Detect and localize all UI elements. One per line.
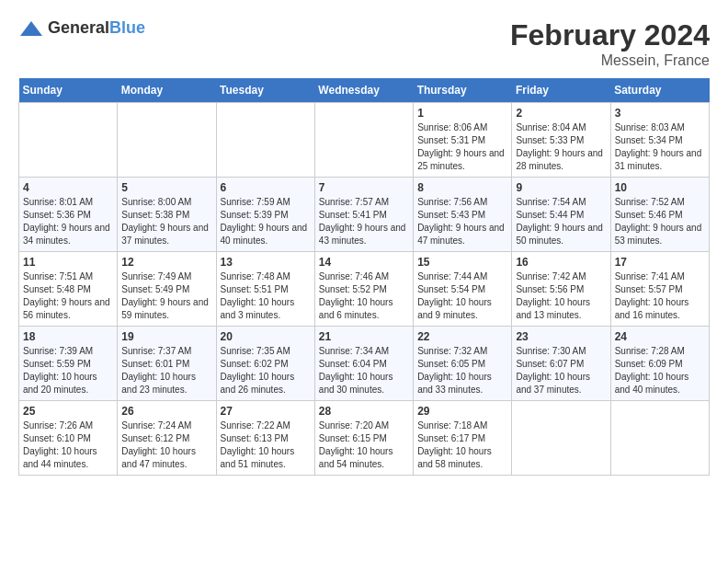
day-header-friday: Friday: [512, 78, 610, 103]
day-number: 7: [319, 181, 409, 194]
day-number: 19: [121, 330, 211, 343]
calendar-cell: 2Sunrise: 8:04 AM Sunset: 5:33 PM Daylig…: [512, 103, 610, 178]
day-info: Sunrise: 7:26 AM Sunset: 6:10 PM Dayligh…: [23, 419, 113, 471]
day-info: Sunrise: 8:04 AM Sunset: 5:33 PM Dayligh…: [516, 121, 606, 173]
day-info: Sunrise: 7:22 AM Sunset: 6:13 PM Dayligh…: [221, 419, 311, 471]
week-row-1: 1Sunrise: 8:06 AM Sunset: 5:31 PM Daylig…: [19, 103, 710, 178]
calendar-cell: 8Sunrise: 7:56 AM Sunset: 5:43 PM Daylig…: [414, 178, 512, 252]
day-number: 24: [615, 330, 705, 343]
day-info: Sunrise: 7:41 AM Sunset: 5:57 PM Dayligh…: [615, 270, 705, 322]
day-info: Sunrise: 7:24 AM Sunset: 6:12 PM Dayligh…: [121, 419, 211, 471]
calendar-cell: [216, 103, 314, 178]
day-info: Sunrise: 8:06 AM Sunset: 5:31 PM Dayligh…: [417, 121, 507, 173]
day-number: 22: [417, 330, 507, 343]
day-number: 1: [417, 107, 507, 120]
calendar-cell: 3Sunrise: 8:03 AM Sunset: 5:34 PM Daylig…: [610, 103, 709, 178]
calendar-cell: 10Sunrise: 7:52 AM Sunset: 5:46 PM Dayli…: [610, 178, 709, 252]
day-info: Sunrise: 7:52 AM Sunset: 5:46 PM Dayligh…: [615, 196, 705, 247]
day-info: Sunrise: 7:49 AM Sunset: 5:49 PM Dayligh…: [121, 270, 211, 322]
logo-blue: Blue: [109, 18, 145, 37]
calendar-cell: 17Sunrise: 7:41 AM Sunset: 5:57 PM Dayli…: [610, 252, 709, 327]
day-info: Sunrise: 7:54 AM Sunset: 5:44 PM Dayligh…: [516, 196, 606, 247]
calendar-cell: 28Sunrise: 7:20 AM Sunset: 6:15 PM Dayli…: [314, 401, 413, 476]
calendar-cell: 27Sunrise: 7:22 AM Sunset: 6:13 PM Dayli…: [216, 401, 314, 476]
day-header-thursday: Thursday: [414, 78, 512, 103]
day-info: Sunrise: 7:51 AM Sunset: 5:48 PM Dayligh…: [23, 270, 113, 322]
day-number: 27: [221, 405, 311, 418]
calendar-cell: 20Sunrise: 7:35 AM Sunset: 6:02 PM Dayli…: [216, 327, 314, 401]
calendar-cell: 24Sunrise: 7:28 AM Sunset: 6:09 PM Dayli…: [610, 327, 709, 401]
day-number: 5: [121, 181, 211, 194]
day-info: Sunrise: 7:46 AM Sunset: 5:52 PM Dayligh…: [319, 270, 409, 322]
day-number: 6: [221, 181, 311, 194]
header-row: SundayMondayTuesdayWednesdayThursdayFrid…: [19, 78, 710, 103]
calendar-cell: [610, 401, 709, 476]
calendar-cell: [118, 103, 216, 178]
week-row-3: 11Sunrise: 7:51 AM Sunset: 5:48 PM Dayli…: [19, 252, 710, 327]
day-info: Sunrise: 8:03 AM Sunset: 5:34 PM Dayligh…: [615, 121, 705, 173]
day-number: 20: [221, 330, 311, 343]
day-number: 25: [23, 405, 113, 418]
day-info: Sunrise: 7:37 AM Sunset: 6:01 PM Dayligh…: [121, 345, 211, 396]
calendar-cell: 11Sunrise: 7:51 AM Sunset: 5:48 PM Dayli…: [19, 252, 118, 327]
day-info: Sunrise: 8:00 AM Sunset: 5:38 PM Dayligh…: [121, 196, 211, 247]
day-number: 28: [319, 405, 409, 418]
calendar-table: SundayMondayTuesdayWednesdayThursdayFrid…: [18, 78, 710, 476]
calendar-cell: 5Sunrise: 8:00 AM Sunset: 5:38 PM Daylig…: [118, 178, 216, 252]
week-row-2: 4Sunrise: 8:01 AM Sunset: 5:36 PM Daylig…: [19, 178, 710, 252]
day-info: Sunrise: 7:48 AM Sunset: 5:51 PM Dayligh…: [221, 270, 311, 322]
logo-icon: [18, 19, 44, 38]
day-number: 29: [417, 405, 507, 418]
day-number: 3: [615, 107, 705, 120]
calendar-cell: 1Sunrise: 8:06 AM Sunset: 5:31 PM Daylig…: [414, 103, 512, 178]
day-number: 9: [516, 181, 606, 194]
logo: GeneralBlue: [18, 18, 145, 38]
calendar-cell: 25Sunrise: 7:26 AM Sunset: 6:10 PM Dayli…: [19, 401, 118, 476]
day-number: 15: [417, 256, 507, 269]
day-number: 2: [516, 107, 606, 120]
day-number: 8: [417, 181, 507, 194]
day-header-monday: Monday: [118, 78, 216, 103]
logo-general: General: [48, 18, 109, 37]
day-info: Sunrise: 7:56 AM Sunset: 5:43 PM Dayligh…: [417, 196, 507, 247]
calendar-cell: 14Sunrise: 7:46 AM Sunset: 5:52 PM Dayli…: [314, 252, 413, 327]
day-number: 17: [615, 256, 705, 269]
day-info: Sunrise: 7:59 AM Sunset: 5:39 PM Dayligh…: [221, 196, 311, 247]
day-info: Sunrise: 7:32 AM Sunset: 6:05 PM Dayligh…: [417, 345, 507, 396]
day-number: 11: [23, 256, 113, 269]
day-info: Sunrise: 7:35 AM Sunset: 6:02 PM Dayligh…: [221, 345, 311, 396]
day-info: Sunrise: 7:34 AM Sunset: 6:04 PM Dayligh…: [319, 345, 409, 396]
calendar-cell: 9Sunrise: 7:54 AM Sunset: 5:44 PM Daylig…: [512, 178, 610, 252]
day-number: 13: [221, 256, 311, 269]
day-number: 23: [516, 330, 606, 343]
week-row-4: 18Sunrise: 7:39 AM Sunset: 5:59 PM Dayli…: [19, 327, 710, 401]
calendar-cell: [314, 103, 413, 178]
day-header-saturday: Saturday: [610, 78, 709, 103]
day-header-wednesday: Wednesday: [314, 78, 413, 103]
day-info: Sunrise: 7:18 AM Sunset: 6:17 PM Dayligh…: [417, 419, 507, 471]
calendar-cell: 16Sunrise: 7:42 AM Sunset: 5:56 PM Dayli…: [512, 252, 610, 327]
day-info: Sunrise: 8:01 AM Sunset: 5:36 PM Dayligh…: [23, 196, 113, 247]
day-number: 14: [319, 256, 409, 269]
day-number: 26: [121, 405, 211, 418]
svg-marker-0: [20, 21, 42, 36]
calendar-cell: 22Sunrise: 7:32 AM Sunset: 6:05 PM Dayli…: [414, 327, 512, 401]
day-number: 10: [615, 181, 705, 194]
calendar-cell: 23Sunrise: 7:30 AM Sunset: 6:07 PM Dayli…: [512, 327, 610, 401]
day-number: 12: [121, 256, 211, 269]
calendar-cell: 29Sunrise: 7:18 AM Sunset: 6:17 PM Dayli…: [414, 401, 512, 476]
day-info: Sunrise: 7:28 AM Sunset: 6:09 PM Dayligh…: [615, 345, 705, 396]
logo-text: GeneralBlue: [48, 18, 145, 38]
day-info: Sunrise: 7:42 AM Sunset: 5:56 PM Dayligh…: [516, 270, 606, 322]
day-info: Sunrise: 7:57 AM Sunset: 5:41 PM Dayligh…: [319, 196, 409, 247]
calendar-cell: 6Sunrise: 7:59 AM Sunset: 5:39 PM Daylig…: [216, 178, 314, 252]
day-info: Sunrise: 7:44 AM Sunset: 5:54 PM Dayligh…: [417, 270, 507, 322]
calendar-cell: 26Sunrise: 7:24 AM Sunset: 6:12 PM Dayli…: [118, 401, 216, 476]
calendar-cell: [512, 401, 610, 476]
day-number: 4: [23, 181, 113, 194]
day-header-tuesday: Tuesday: [216, 78, 314, 103]
calendar-cell: 19Sunrise: 7:37 AM Sunset: 6:01 PM Dayli…: [118, 327, 216, 401]
main-title: February 2024: [510, 18, 710, 52]
calendar-cell: 13Sunrise: 7:48 AM Sunset: 5:51 PM Dayli…: [216, 252, 314, 327]
header: GeneralBlue February 2024 Messein, Franc…: [18, 18, 710, 69]
